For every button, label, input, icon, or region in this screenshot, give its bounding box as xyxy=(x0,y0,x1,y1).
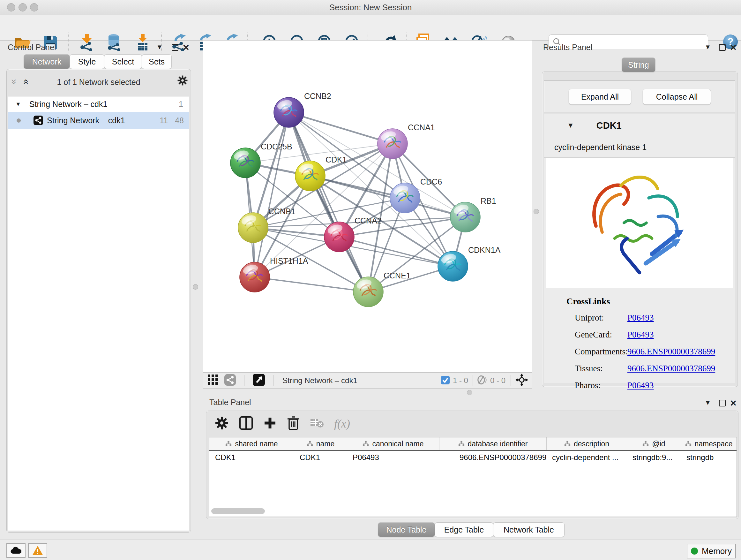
crosslink-link[interactable]: P06493 xyxy=(627,381,654,390)
crosslinks-section: CrossLinks Uniprot:P06493GeneCard:P06493… xyxy=(544,288,735,397)
column-label: database identifier xyxy=(468,440,528,448)
crosslink-link[interactable]: P06493 xyxy=(627,313,654,323)
network-graph[interactable]: CCNB2CCNA1CDC25BCDK1CDC6RB1CCNB1CCNA2CDK… xyxy=(203,41,532,372)
network-node-label: CCNA2 xyxy=(354,216,382,225)
network-list-group: » « 1 of 1 Network selected ▼ String Net… xyxy=(6,69,191,533)
tab-network-table[interactable]: Network Table xyxy=(493,522,564,537)
protein-card-header[interactable]: ▼ CDK1 xyxy=(544,114,735,137)
column-header-description[interactable]: description xyxy=(546,437,627,450)
tab-network[interactable]: Network xyxy=(23,54,70,69)
status-bar: Memory xyxy=(0,540,741,560)
right-splitter-handle[interactable] xyxy=(534,209,539,214)
network-view-toolbar: String Network – cdk1 1 - 0 0 - 0 xyxy=(203,373,532,388)
cloud-status-button[interactable] xyxy=(6,543,25,558)
table-panel-close-button[interactable]: ✕ xyxy=(730,399,737,408)
table-cell[interactable]: stringdb xyxy=(681,451,737,462)
show-columns-button[interactable] xyxy=(239,416,253,431)
crosslinks-heading: CrossLinks xyxy=(566,296,735,307)
network-tree-row-selected[interactable]: String Network – cdk1 11 48 xyxy=(8,112,189,129)
selected-node-edge-counts: 1 - 0 xyxy=(453,376,468,385)
warnings-button[interactable] xyxy=(28,543,47,558)
table-cell[interactable]: CDK1 xyxy=(294,451,347,462)
memory-button[interactable]: Memory xyxy=(687,544,736,558)
network-overview-button[interactable] xyxy=(224,374,236,387)
results-panel-menu-button[interactable]: ▼ xyxy=(704,44,711,51)
results-panel-close-button[interactable]: ✕ xyxy=(730,44,737,52)
network-tree-root-row[interactable]: ▼ String Network – cdk1 1 xyxy=(8,97,189,112)
current-network-dot-icon xyxy=(17,118,21,123)
tab-edge-table[interactable]: Edge Table xyxy=(434,522,493,537)
table-panel-float-button[interactable] xyxy=(719,400,726,407)
network-node-RB1[interactable]: RB1 xyxy=(450,196,496,232)
horizontal-splitter-handle[interactable] xyxy=(467,390,472,395)
column-label: @id xyxy=(652,440,665,448)
window-close-button[interactable] xyxy=(7,3,15,11)
crosslink-link[interactable]: 9606.ENSP00000378699 xyxy=(627,347,715,357)
column-header-namespace[interactable]: namespace xyxy=(681,437,737,450)
network-node-CDC25B[interactable]: CDC25B xyxy=(230,142,292,178)
collapse-all-button[interactable]: Collapse All xyxy=(643,89,711,105)
table-cell[interactable]: P06493 xyxy=(347,451,439,462)
tab-string[interactable]: String xyxy=(622,57,656,72)
crosslink-row: GeneCard:P06493 xyxy=(575,330,735,340)
network-node-CDK1[interactable]: CDK1 xyxy=(295,155,347,191)
table-cell[interactable]: stringdb:9... xyxy=(627,451,681,462)
control-panel-menu-button[interactable]: ▼ xyxy=(156,44,163,51)
network-node-CDKN1A[interactable]: CDKN1A xyxy=(438,246,501,281)
protein-description-row: cyclin-dependent kinase 1 xyxy=(544,137,735,158)
column-label: namespace xyxy=(695,440,733,448)
fit-content-button[interactable] xyxy=(515,374,528,388)
expand-all-button[interactable]: Expand All xyxy=(569,89,631,105)
crosslink-label: Tissues: xyxy=(575,364,627,374)
tab-select[interactable]: Select xyxy=(104,54,142,69)
network-node-HIST1H1A[interactable]: HIST1H1A xyxy=(240,256,308,292)
add-column-button[interactable] xyxy=(263,416,277,431)
column-header-canonical-name[interactable]: canonical name xyxy=(347,437,439,450)
results-panel: Results Panel ▼ ✕ String Expand All Coll… xyxy=(540,40,741,388)
protein-structure-image xyxy=(577,161,702,285)
delete-table-button-disabled[interactable] xyxy=(310,417,324,430)
horizontal-scrollbar-thumb[interactable] xyxy=(211,508,265,514)
window-zoom-button[interactable] xyxy=(30,3,38,11)
network-node-CCNB1[interactable]: CCNB1 xyxy=(238,207,295,243)
network-list-gear-button[interactable] xyxy=(177,75,188,87)
protein-collapse-icon[interactable]: ▼ xyxy=(567,121,574,130)
crosslink-link[interactable]: 9606.ENSP00000378699 xyxy=(627,364,715,374)
left-splitter-handle[interactable] xyxy=(193,284,198,290)
table-cell[interactable]: 9606.ENSP00000378699 xyxy=(439,451,546,462)
column-header-database-identifier[interactable]: database identifier xyxy=(439,437,546,450)
tree-collapse-icon[interactable]: ▼ xyxy=(15,101,21,108)
table-cell[interactable]: CDK1 xyxy=(209,451,294,462)
table-header-row: shared namenamecanonical namedatabase id… xyxy=(209,437,737,451)
network-node-label: CCNB2 xyxy=(304,91,331,101)
network-node-CDC6[interactable]: CDC6 xyxy=(390,177,442,213)
checkbox-checked-icon xyxy=(441,376,450,384)
column-header--id[interactable]: @id xyxy=(627,437,681,450)
network-node-CCNA1[interactable]: CCNA1 xyxy=(378,123,435,159)
table-cell[interactable]: cyclin-dependent ... xyxy=(546,451,627,462)
control-panel-float-button[interactable] xyxy=(172,44,179,51)
control-panel-close-button[interactable]: ✕ xyxy=(183,44,190,52)
memory-label: Memory xyxy=(702,546,732,556)
hidden-node-edge-counts: 0 - 0 xyxy=(490,376,506,385)
function-builder-button[interactable]: f(x) xyxy=(334,417,350,430)
show-grid-button[interactable] xyxy=(208,374,219,387)
results-panel-float-button[interactable] xyxy=(719,44,726,51)
table-panel-menu-button[interactable]: ▼ xyxy=(704,399,711,407)
crosslink-link[interactable]: P06493 xyxy=(627,330,654,340)
tab-sets[interactable]: Sets xyxy=(142,54,172,69)
table-data-row[interactable]: CDK1CDK1P064939606.ENSP00000378699cyclin… xyxy=(209,451,737,462)
column-header-name[interactable]: name xyxy=(294,437,347,450)
network-canvas[interactable]: CCNB2CCNA1CDC25BCDK1CDC6RB1CCNB1CCNA2CDK… xyxy=(203,40,532,373)
column-header-shared-name[interactable]: shared name xyxy=(209,437,294,450)
window-minimize-button[interactable] xyxy=(18,3,27,11)
selected-checkbox[interactable] xyxy=(441,376,450,386)
network-edge xyxy=(255,277,368,292)
tab-node-table[interactable]: Node Table xyxy=(378,522,435,537)
hidden-items-icon xyxy=(477,375,488,386)
birds-eye-view-button[interactable] xyxy=(253,374,265,387)
tab-style[interactable]: Style xyxy=(70,54,105,69)
crosslink-label: Compartments: xyxy=(575,347,627,357)
table-settings-button[interactable] xyxy=(215,416,229,431)
delete-column-button[interactable] xyxy=(287,416,300,431)
